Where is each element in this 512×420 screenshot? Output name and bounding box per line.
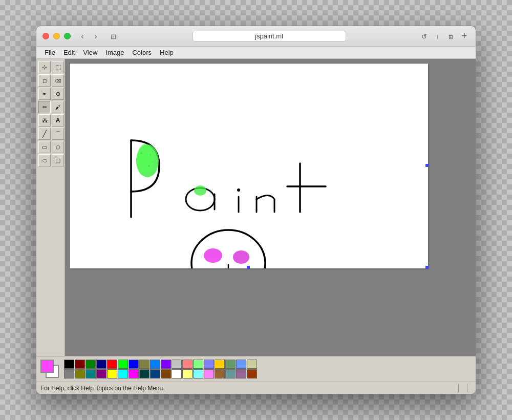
tool-fill[interactable] [52, 74, 64, 87]
tab-overview-button[interactable] [108, 32, 119, 41]
color-swatch[interactable] [172, 369, 182, 379]
title-bar-right: + [419, 31, 470, 41]
color-swatch[interactable] [247, 360, 257, 369]
tab-icon [111, 32, 116, 40]
color-swatch[interactable] [225, 369, 236, 379]
tool-line[interactable] [38, 128, 51, 140]
share-icon [436, 32, 439, 40]
color-swatch[interactable] [204, 360, 214, 369]
color-swatch[interactable] [64, 360, 74, 369]
color-swatch[interactable] [247, 369, 257, 379]
color-swatch[interactable] [107, 369, 117, 379]
color-swatch[interactable] [161, 360, 171, 369]
reload-button[interactable] [419, 32, 429, 41]
color-swatch[interactable] [75, 369, 85, 379]
tool-brush[interactable] [52, 101, 64, 113]
menu-help[interactable]: Help [156, 48, 178, 57]
rect-icon [42, 143, 47, 151]
tool-eraser[interactable] [38, 74, 51, 87]
tool-zoom[interactable] [52, 88, 64, 100]
polygon-icon [56, 143, 60, 151]
close-button[interactable] [42, 33, 49, 39]
copy-icon [449, 32, 453, 40]
color-swatch[interactable] [150, 360, 160, 369]
tool-eyedropper[interactable] [38, 88, 51, 100]
color-swatch[interactable] [236, 369, 246, 379]
color-swatch[interactable] [75, 360, 85, 369]
tool-pencil[interactable] [38, 101, 51, 113]
color-swatch[interactable] [172, 360, 182, 369]
menu-view[interactable]: View [79, 48, 101, 57]
resize-handle-bottom[interactable] [247, 266, 250, 269]
tool-rect[interactable] [38, 141, 51, 153]
svg-point-10 [153, 171, 154, 172]
svg-point-9 [143, 173, 145, 175]
color-swatch[interactable] [129, 360, 139, 369]
status-text: For Help, click Help Topics on the Help … [40, 385, 454, 392]
maximize-button[interactable] [64, 33, 71, 39]
color-swatch[interactable] [204, 369, 214, 379]
paint-canvas[interactable] [70, 64, 428, 268]
color-swatch[interactable] [139, 360, 150, 369]
svg-point-13 [194, 185, 206, 196]
tool-spray[interactable] [38, 114, 51, 127]
canvas-container[interactable] [69, 63, 428, 268]
dotted-select-icon [55, 64, 61, 71]
tool-ellipse[interactable] [38, 154, 51, 166]
svg-point-16 [237, 188, 240, 192]
menu-colors[interactable]: Colors [128, 48, 156, 57]
color-swatch[interactable] [236, 360, 246, 369]
color-swatch[interactable] [96, 360, 106, 369]
new-tab-button[interactable]: + [459, 31, 470, 41]
color-swatch[interactable] [182, 360, 193, 369]
color-swatch[interactable] [193, 360, 203, 369]
color-swatch[interactable] [86, 360, 96, 369]
tool-text[interactable] [52, 114, 64, 127]
color-swatch[interactable] [215, 369, 225, 379]
menu-edit[interactable]: Edit [59, 48, 79, 57]
svg-point-7 [140, 168, 141, 170]
minimize-button[interactable] [53, 33, 60, 39]
foreground-color[interactable] [40, 360, 54, 373]
url-bar[interactable]: jspaint.ml [193, 31, 346, 41]
svg-point-4 [140, 152, 142, 154]
color-swatch[interactable] [96, 369, 106, 379]
select-icon [42, 64, 47, 71]
pencil-icon [42, 103, 47, 111]
color-swatch[interactable] [129, 369, 139, 379]
fill-icon [55, 77, 61, 84]
tools-grid [38, 61, 62, 166]
line-icon [42, 130, 47, 138]
tool-curve[interactable] [52, 128, 64, 140]
back-button[interactable] [77, 32, 88, 41]
color-swatch[interactable] [161, 369, 171, 379]
menu-image[interactable]: Image [101, 48, 128, 57]
color-swatch[interactable] [107, 360, 117, 369]
tool-select[interactable] [38, 61, 51, 73]
svg-point-11 [137, 159, 138, 160]
resize-handle-corner[interactable] [425, 266, 429, 269]
forward-button[interactable] [90, 32, 101, 41]
tool-rrect[interactable] [52, 154, 64, 166]
share-button[interactable] [433, 32, 442, 41]
color-swatch[interactable] [64, 369, 74, 379]
resize-handle-right[interactable] [425, 164, 429, 167]
tool-polygon[interactable] [52, 141, 64, 153]
color-swatch[interactable] [139, 369, 150, 379]
canvas-area[interactable] [65, 59, 476, 356]
color-swatch[interactable] [118, 369, 128, 379]
color-swatch[interactable] [118, 360, 128, 369]
reload-icon [421, 32, 427, 40]
status-bar: For Help, click Help Topics on the Help … [36, 382, 476, 394]
status-divider-2 [467, 384, 467, 392]
color-swatch[interactable] [86, 369, 96, 379]
color-swatch[interactable] [182, 369, 193, 379]
copy-button[interactable] [446, 32, 455, 41]
color-swatch[interactable] [215, 360, 225, 369]
color-swatch[interactable] [193, 369, 203, 379]
mac-window: jspaint.ml + File Edit View Image Colors… [36, 26, 476, 394]
menu-file[interactable]: File [40, 48, 59, 57]
color-swatch[interactable] [150, 369, 160, 379]
color-swatch[interactable] [225, 360, 236, 369]
tool-dotted-select[interactable] [52, 61, 64, 73]
